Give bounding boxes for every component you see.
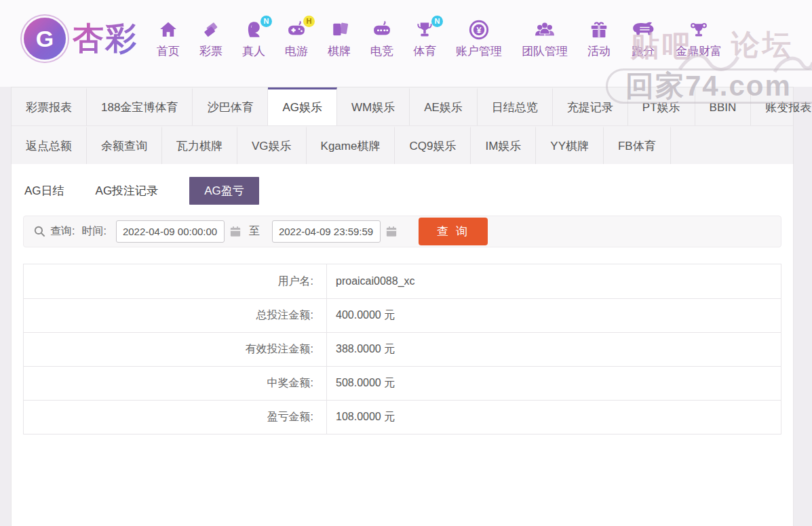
tab[interactable]: 账变报表 [751,87,812,125]
row-label: 用户名: [24,264,327,298]
nav-item-label: 首页 [157,43,180,59]
tab[interactable]: 瓦力棋牌 [162,126,237,164]
row-value: 388.0000 元 [327,333,781,366]
table-row: 中奖金额: 508.0000 元 [24,366,781,400]
tab[interactable]: AG娱乐 [268,87,337,125]
tab[interactable]: AE娱乐 [410,87,478,125]
nav-item-label: 棋牌 [328,43,351,59]
tab[interactable]: Kgame棋牌 [307,126,395,164]
trophy-icon: N [414,18,435,41]
nav-item[interactable]: 棋牌 [328,18,351,59]
calendar-icon[interactable] [385,225,398,238]
nav-badge: N [431,16,443,27]
nav-item[interactable]: 跑分 [630,18,656,59]
nav-item[interactable]: N 体育 [413,18,436,59]
subtab[interactable]: AG盈亏 [189,177,259,205]
row-value: 508.0000 元 [327,367,781,400]
cup-icon [689,18,709,41]
tab[interactable]: WM娱乐 [337,87,410,125]
table-row: 有效投注金额: 388.0000 元 [24,332,781,366]
nav-item[interactable]: 彩票 [199,18,223,59]
nav-item[interactable]: ¥ 账户管理 [456,18,502,59]
gift-icon [589,18,609,41]
nav-item-label: 真人 [242,43,265,59]
tab[interactable]: 188金宝博体育 [87,87,193,125]
ticket-icon [201,18,221,41]
content: 彩票报表 188金宝博体育 沙巴体育 AG娱乐 WM娱乐 AE娱乐 日结总览 充… [11,87,794,526]
main-nav: 首页 彩票 N 真人 H 电游 [157,18,722,59]
nav-item-label: 跑分 [632,43,655,59]
row-label: 有效投注金额: [24,333,327,366]
nav-item[interactable]: 金鼎财富 [676,18,722,59]
nav-item[interactable]: 团队管理 [522,18,568,59]
table-row: 盈亏金额: 108.0000 元 [24,400,781,434]
tab[interactable]: PT娱乐 [628,87,695,125]
nav-item-label: 电竞 [370,43,393,59]
account-coin-icon: ¥ [468,18,490,41]
nav-badge: H [303,16,315,27]
tab[interactable]: 返点总额 [12,126,87,164]
tab[interactable]: 余额查询 [87,126,162,164]
svg-text:¥: ¥ [476,26,481,35]
row-label: 总投注金额: [24,299,327,332]
header: G 杏彩 首页 彩票 N 真人 [0,0,812,87]
tab[interactable]: VG娱乐 [237,126,307,164]
live-person-icon: N [244,18,264,41]
report-panel: AG日结 AG投注记录 AG盈亏 查询: 时间: 至 查 询 [11,164,794,526]
ag-subtabs: AG日结 AG投注记录 AG盈亏 [24,177,781,205]
nav-item-label: 团队管理 [522,43,568,59]
home-icon [158,18,178,41]
rhino-icon [630,18,656,41]
report-tabs: 彩票报表 188金宝博体育 沙巴体育 AG娱乐 WM娱乐 AE娱乐 日结总览 充… [11,87,794,164]
gamepad-icon: H [286,18,307,41]
nav-item[interactable]: 活动 [587,18,611,59]
nav-item-label: 体育 [413,43,436,59]
subtab[interactable]: AG日结 [24,177,64,205]
nav-item-label: 活动 [587,43,611,59]
query-button[interactable]: 查 询 [419,218,488,245]
tab-row-2: 返点总额 余额查询 瓦力棋牌 VG娱乐 Kgame棋牌 CQ9娱乐 IM娱乐 Y… [12,125,793,164]
row-value: 400.0000 元 [327,299,781,332]
logo-flower-icon: G [24,18,66,60]
tab[interactable]: 充提记录 [553,87,628,125]
start-time-input[interactable] [116,220,225,243]
esports-icon [371,18,393,41]
logo[interactable]: G 杏彩 [24,18,138,60]
row-value: 108.0000 元 [327,401,781,434]
tab[interactable]: 沙巴体育 [193,87,268,125]
tab[interactable]: BBIN [695,87,752,125]
row-value: proaicai0088_xc [327,264,781,298]
profit-loss-table: 用户名: proaicai0088_xc 总投注金额: 400.0000 元 有… [23,264,781,434]
nav-item-label: 彩票 [199,43,223,59]
end-time-input[interactable] [272,220,381,243]
row-label: 盈亏金额: [24,401,327,434]
cards-icon [329,18,349,41]
nav-badge: N [260,16,272,27]
subtab[interactable]: AG投注记录 [96,177,159,205]
team-icon [533,18,556,41]
nav-item-label: 账户管理 [456,43,502,59]
nav-item[interactable]: H 电游 [285,18,308,59]
tab[interactable]: 彩票报表 [12,87,87,125]
calendar-icon[interactable] [229,225,242,238]
tab[interactable]: YY棋牌 [536,126,604,164]
time-label: 时间: [81,224,106,239]
nav-item[interactable]: 首页 [157,18,180,59]
tab[interactable]: CQ9娱乐 [395,126,471,164]
tab[interactable]: FB体育 [604,126,671,164]
table-row: 用户名: proaicai0088_xc [24,264,781,298]
between-label: 至 [249,224,260,239]
search-label: 查询: [50,224,75,239]
logo-text: 杏彩 [73,18,138,60]
nav-item[interactable]: 电竞 [370,18,393,59]
table-row: 总投注金额: 400.0000 元 [24,298,781,332]
row-label: 中奖金额: [24,367,327,400]
tab[interactable]: 日结总览 [478,87,553,125]
search-icon [33,225,46,238]
nav-item-label: 电游 [285,43,308,59]
search-bar: 查询: 时间: 至 查 询 [23,216,781,247]
nav-item-label: 金鼎财富 [676,43,722,59]
nav-item[interactable]: N 真人 [242,18,265,59]
tab-row-1: 彩票报表 188金宝博体育 沙巴体育 AG娱乐 WM娱乐 AE娱乐 日结总览 充… [12,87,793,125]
tab[interactable]: IM娱乐 [471,126,536,164]
